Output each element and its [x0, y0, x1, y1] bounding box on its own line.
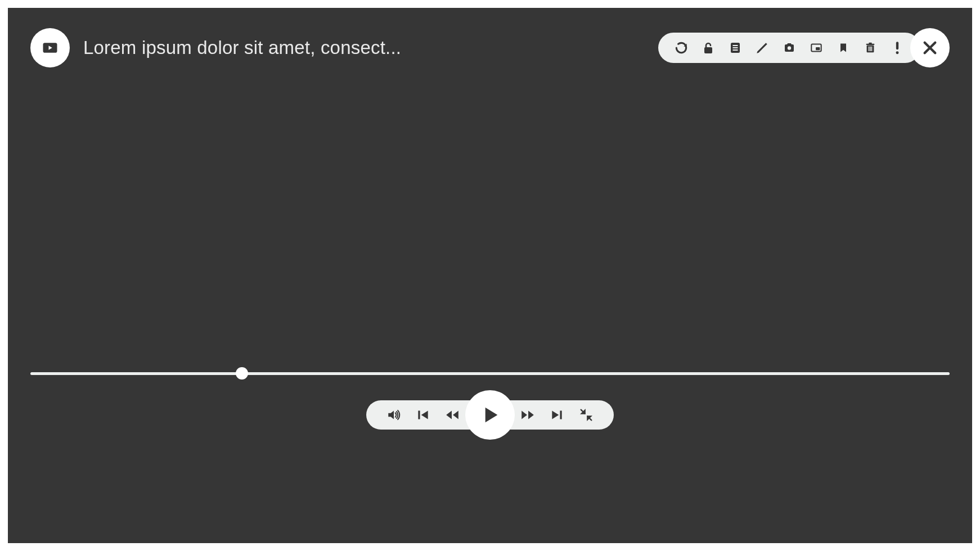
fast-forward-icon	[519, 408, 536, 422]
header-toolbar	[658, 33, 920, 63]
header: Lorem ipsum dolor sit amet, consect...	[30, 28, 950, 67]
volume-icon	[385, 408, 402, 422]
video-title: Lorem ipsum dolor sit amet, consect...	[83, 37, 401, 58]
play-icon	[479, 404, 501, 426]
unlock-icon	[702, 40, 715, 55]
skip-next-icon	[550, 408, 564, 422]
rewind-button[interactable]	[444, 407, 461, 423]
refresh-button[interactable]	[674, 40, 689, 55]
notes-icon	[729, 40, 742, 55]
bookmark-icon	[838, 40, 849, 55]
controls-left	[366, 400, 473, 430]
svg-rect-13	[870, 47, 870, 51]
svg-point-16	[896, 51, 899, 54]
collapse-button[interactable]	[578, 407, 595, 423]
trash-button[interactable]	[863, 40, 878, 55]
svg-rect-11	[869, 43, 872, 44]
trash-icon	[864, 40, 876, 55]
close-icon	[921, 39, 939, 57]
svg-rect-3	[733, 45, 738, 46]
forward-button[interactable]	[519, 407, 536, 423]
bookmark-button[interactable]	[836, 40, 851, 55]
svg-rect-17	[418, 410, 420, 419]
skip-previous-icon	[416, 408, 430, 422]
progress-bar[interactable]	[30, 368, 950, 379]
exclamation-icon	[894, 40, 900, 55]
svg-rect-18	[560, 410, 561, 419]
pencil-icon	[755, 40, 770, 55]
volume-button[interactable]	[385, 407, 402, 423]
playback-controls	[366, 390, 614, 440]
unlock-button[interactable]	[701, 40, 716, 55]
edit-button[interactable]	[755, 40, 770, 55]
svg-rect-12	[869, 47, 869, 51]
svg-rect-8	[816, 47, 820, 50]
camera-button[interactable]	[782, 40, 797, 55]
collapse-icon	[578, 407, 594, 423]
next-button[interactable]	[549, 407, 565, 423]
close-button[interactable]	[910, 28, 950, 67]
progress-track	[30, 372, 950, 375]
svg-rect-5	[733, 49, 738, 51]
rewind-icon	[444, 408, 461, 422]
play-button[interactable]	[465, 390, 515, 440]
previous-button[interactable]	[415, 407, 431, 423]
svg-rect-4	[733, 47, 738, 48]
video-play-icon	[42, 39, 59, 56]
svg-point-6	[788, 46, 791, 49]
svg-rect-15	[896, 42, 898, 49]
report-button[interactable]	[890, 40, 905, 55]
camera-icon	[782, 41, 797, 55]
refresh-icon	[674, 40, 689, 55]
pip-button[interactable]	[809, 40, 824, 55]
window-frame	[0, 0, 980, 551]
progress-thumb[interactable]	[236, 367, 248, 380]
notes-button[interactable]	[728, 40, 743, 55]
controls-right	[507, 400, 614, 430]
svg-rect-1	[704, 47, 712, 53]
svg-rect-14	[871, 47, 872, 51]
video-badge[interactable]	[30, 28, 70, 67]
pip-icon	[809, 42, 824, 54]
